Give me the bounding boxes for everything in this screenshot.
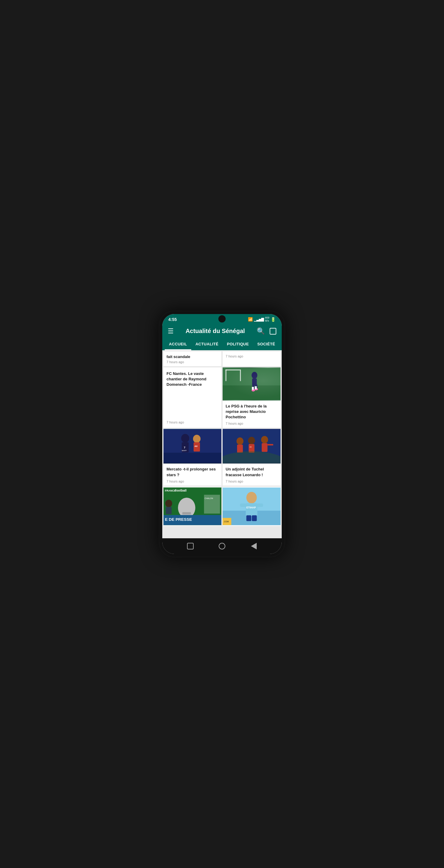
signal-bars-icon: ▁▃▅▇ (254, 317, 264, 321)
news-card-mercato-title: Mercato -t-il prolonger ses stars ? (167, 467, 218, 477)
svg-rect-49 (240, 503, 246, 507)
news-card-fc-nantes-body: FC Nantes. Le vaste chantier de Raymond … (164, 367, 221, 428)
svg-rect-8 (255, 384, 257, 390)
phone-screen: 4:55 📶 ▁▃▅▇ 469B/s 🔋 ☰ Actualité du Séné… (162, 314, 282, 554)
tab-accueil[interactable]: ACCUEIL (165, 339, 191, 350)
news-card-tuchel[interactable]: AII Un adjoint de Tuchel fracasse Leonar… (223, 429, 280, 485)
status-time: 4:55 (168, 317, 177, 322)
notch (218, 315, 226, 322)
phone-frame: 4:55 📶 ▁▃▅▇ 469B/s 🔋 ☰ Actualité du Séné… (159, 310, 285, 558)
svg-point-5 (251, 372, 257, 378)
svg-rect-7 (253, 385, 255, 391)
top-bar: ☰ Actualité du Sénégal 🔍 (162, 324, 282, 339)
news-card-psg-time: 7 hours ago (226, 422, 277, 425)
battery-icon: 🔋 (271, 317, 276, 322)
news-card-tuchel-time: 7 hours ago (226, 479, 277, 483)
svg-rect-37 (182, 512, 191, 515)
news-card-mercato[interactable]: 7 MAPP AII Mercato -t-il prolonger (164, 429, 221, 485)
svg-rect-1 (223, 385, 280, 400)
svg-rect-2 (226, 370, 227, 381)
svg-rect-28 (262, 443, 268, 452)
svg-text:CHALON: CHALON (205, 497, 213, 499)
triangle-icon (251, 543, 257, 550)
news-card-mercato-image: 7 MAPP AII (164, 429, 221, 464)
svg-rect-12 (255, 386, 257, 389)
svg-rect-11 (252, 387, 254, 390)
news-card-tuchel-image: AII (223, 429, 280, 464)
search-icon[interactable]: 🔍 (257, 327, 265, 335)
speed-indicator: 469B/s (265, 316, 269, 322)
news-card-football-mag-image: FRANCE football E DE PRESSE CHALON (164, 487, 221, 526)
news-card-mercato-time: 7 hours ago (167, 479, 218, 483)
svg-rect-21 (164, 453, 221, 463)
svg-point-36 (178, 498, 196, 518)
square-icon (187, 543, 194, 550)
news-card-fc-nantes-time: 7 hours ago (167, 421, 218, 424)
bottom-nav (162, 538, 282, 554)
city-player-svg: ETIHAP .COM (223, 487, 280, 526)
svg-point-42 (165, 500, 172, 507)
content-area[interactable]: fait scandale 7 hours ago 7 hours ago FC… (162, 350, 282, 538)
tab-politique[interactable]: POLITIQUE (223, 339, 253, 350)
wifi-icon: 📶 (248, 317, 253, 321)
psg-players-svg: 7 MAPP AII (164, 429, 221, 464)
svg-rect-3 (226, 370, 240, 370)
svg-point-27 (261, 436, 268, 444)
partial-cards: fait scandale 7 hours ago 7 hours ago (162, 350, 282, 366)
news-card-psg-body: Le PSG à l'heure de la reprise avec Maur… (223, 401, 280, 428)
svg-point-46 (246, 492, 257, 503)
svg-text:AII: AII (195, 445, 198, 447)
svg-rect-24 (237, 445, 243, 453)
news-card-tuchel-body: Un adjoint de Tuchel fracasse Leonardo !… (223, 464, 280, 485)
football-mag-svg: FRANCE football E DE PRESSE CHALON (164, 487, 221, 526)
app-title: Actualité du Sénégal (174, 328, 257, 335)
training-svg (223, 367, 280, 401)
svg-point-10 (255, 388, 258, 390)
news-card-psg-title: Le PSG à l'heure de la reprise avec Maur… (226, 404, 277, 420)
news-card-fc-nantes-title: FC Nantes. Le vaste chantier de Raymond … (167, 371, 218, 388)
back-nav-triangle[interactable] (249, 542, 258, 550)
status-icons: 📶 ▁▃▅▇ 469B/s 🔋 (248, 316, 276, 322)
news-card-city-player[interactable]: ETIHAP .COM (223, 487, 280, 526)
svg-rect-4 (240, 370, 241, 381)
svg-rect-0 (223, 368, 280, 400)
news-card-psg-image (223, 367, 280, 401)
news-card-football-mag[interactable]: FRANCE football E DE PRESSE CHALON (164, 487, 221, 526)
svg-rect-43 (166, 507, 172, 514)
top-actions: 🔍 (257, 327, 276, 335)
nav-tabs: ACCUEIL ACTUALITÉ POLITIQUE SOCIÉTÉ (162, 339, 282, 350)
svg-point-25 (248, 437, 255, 444)
svg-rect-47 (246, 503, 257, 516)
svg-text:7: 7 (184, 446, 185, 449)
svg-text:ETIHAP: ETIHAP (246, 506, 256, 509)
home-nav-circle[interactable] (218, 542, 226, 550)
svg-rect-6 (252, 378, 257, 386)
news-grid: FC Nantes. Le vaste chantier de Raymond … (162, 366, 282, 527)
news-card-fc-nantes[interactable]: FC Nantes. Le vaste chantier de Raymond … (164, 367, 221, 428)
partial-card-1[interactable]: fait scandale 7 hours ago (164, 351, 221, 366)
svg-point-9 (251, 389, 255, 392)
partial-card-2-time: 7 hours ago (226, 354, 277, 358)
news-card-psg-pochettino[interactable]: Le PSG à l'heure de la reprise avec Maur… (223, 367, 280, 428)
window-icon[interactable] (270, 328, 276, 335)
news-card-tuchel-title: Un adjoint de Tuchel fracasse Leonardo ! (226, 467, 277, 477)
svg-rect-50 (257, 503, 263, 507)
svg-text:.COM: .COM (224, 521, 229, 523)
partial-card-2[interactable]: 7 hours ago (223, 351, 280, 366)
svg-rect-51 (246, 515, 251, 521)
svg-text:MAPP: MAPP (182, 450, 186, 452)
partial-card-1-title: fait scandale (167, 354, 218, 359)
svg-point-18 (193, 435, 201, 443)
svg-point-14 (181, 434, 189, 443)
svg-point-23 (236, 438, 243, 445)
circle-icon (219, 543, 225, 550)
svg-text:FRANCE: FRANCE (165, 489, 176, 492)
news-card-mercato-body: Mercato -t-il prolonger ses stars ? 7 ho… (164, 464, 221, 485)
back-nav-square[interactable] (186, 542, 195, 550)
svg-rect-52 (252, 515, 257, 521)
tab-societe[interactable]: SOCIÉTÉ (253, 339, 279, 350)
partial-card-1-time: 7 hours ago (167, 360, 218, 364)
tab-actualite[interactable]: ACTUALITÉ (191, 339, 223, 350)
coach-svg: AII (223, 429, 280, 464)
menu-icon[interactable]: ☰ (168, 328, 174, 335)
